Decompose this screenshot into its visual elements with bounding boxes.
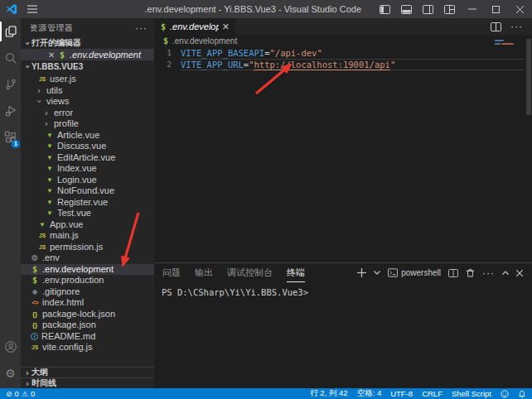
tree-item-EditArticle.vue[interactable]: ▼EditArticle.vue: [21, 152, 154, 164]
open-editors-label: 打开的编辑器: [31, 37, 81, 49]
chevron-right-icon: ›: [23, 368, 31, 378]
file-name: Index.vue: [57, 163, 97, 174]
tree-item-Register.vue[interactable]: ▼Register.vue: [21, 197, 154, 209]
tree-item-Index.vue[interactable]: ▼Index.vue: [21, 163, 154, 175]
terminal-dropdown-chevron-icon[interactable]: [374, 271, 380, 275]
settings-gear-icon[interactable]: ⚙: [0, 360, 21, 387]
close-tab-icon[interactable]: ✕: [222, 22, 230, 32]
tree-item-profile[interactable]: ›profile: [21, 118, 154, 130]
toggle-sidebar-icon[interactable]: [374, 0, 395, 18]
tree-item-main.js[interactable]: JSmain.js: [21, 230, 154, 242]
account-icon[interactable]: [0, 334, 21, 360]
code-line-2[interactable]: 2 VITE_APP_URL="http://localhost:19001/a…: [154, 59, 532, 70]
toggle-secondary-sidebar-icon[interactable]: [417, 0, 438, 18]
tree-item-permission.js[interactable]: JSpermission.js: [21, 242, 154, 253]
panel-tab-问题[interactable]: 问题: [162, 263, 181, 282]
close-panel-icon[interactable]: [516, 270, 523, 276]
tree-item-error[interactable]: ›error: [21, 108, 154, 119]
tree-item-.env[interactable]: ⚙.env: [21, 252, 154, 264]
file-name: .env.production: [42, 275, 104, 286]
language-mode-status[interactable]: Shell Script: [452, 389, 491, 398]
open-editor-item[interactable]: ✕ $ .env.development: [21, 49, 154, 60]
vue-file-icon: ▼: [46, 132, 54, 139]
tree-item-NotFound.vue[interactable]: ▼NotFound.vue: [21, 185, 154, 197]
tree-item-.env.production[interactable]: $.env.production: [21, 275, 154, 286]
status-bar: ⊘ 0 ⚠ 0 行 2, 列 42 空格: 4 UTF-8 CRLF Shell…: [0, 388, 532, 399]
outline-section-header[interactable]: › 大纲: [21, 367, 154, 377]
sidebar-more-actions-icon[interactable]: ···: [135, 22, 148, 34]
split-terminal-icon[interactable]: [448, 269, 458, 277]
panel-tab-调试控制台[interactable]: 调试控制台: [227, 263, 273, 282]
close-window-button[interactable]: [508, 0, 532, 18]
file-tree: JSuser.js›utils›views›error›profile▼Arti…: [21, 74, 154, 353]
tree-item-App.vue[interactable]: ▼App.vue: [21, 219, 154, 231]
tree-item-Discuss.vue[interactable]: ▼Discuss.vue: [21, 141, 154, 152]
tree-item-index.html[interactable]: <>index.html: [21, 297, 154, 309]
customize-layout-icon[interactable]: [438, 0, 460, 18]
minimap[interactable]: [495, 40, 521, 50]
new-terminal-icon[interactable]: [357, 268, 366, 277]
panel-more-actions-icon[interactable]: ···: [482, 267, 495, 279]
tree-item-utils[interactable]: ›utils: [21, 85, 154, 97]
source-control-icon[interactable]: [0, 71, 21, 98]
tree-item-README.md[interactable]: iREADME.md: [21, 331, 154, 343]
tree-item-Article.vue[interactable]: ▼Article.vue: [21, 130, 154, 142]
notifications-bell-icon[interactable]: [518, 390, 526, 398]
panel-header: 问题输出调试控制台终端 powershell ···: [154, 263, 532, 282]
panel-tab-终端[interactable]: 终端: [287, 263, 305, 282]
search-icon[interactable]: [0, 45, 21, 71]
file-name: Test.vue: [57, 208, 91, 219]
problems-status[interactable]: ⊘ 0 ⚠ 0: [6, 389, 35, 398]
run-debug-icon[interactable]: [0, 98, 21, 124]
tree-item-package-lock.json[interactable]: {}package-lock.json: [21, 309, 154, 320]
project-section-header[interactable]: › YI.BBS.VUE3: [21, 60, 154, 72]
outline-label: 大纲: [31, 367, 48, 378]
maximize-button[interactable]: [484, 0, 508, 18]
editor-scrollbar[interactable]: [526, 39, 531, 115]
tab-label: .env.development: [170, 22, 219, 31]
split-editor-icon[interactable]: [491, 22, 501, 31]
indentation-status[interactable]: 空格: 4: [357, 388, 382, 399]
timeline-section-header[interactable]: › 时间线: [21, 377, 154, 388]
minimize-button[interactable]: [460, 0, 484, 18]
feedback-smiley-icon[interactable]: [501, 390, 509, 398]
encoding-status[interactable]: UTF-8: [390, 389, 413, 398]
maximize-panel-icon[interactable]: [502, 271, 509, 275]
open-editors-section-header[interactable]: › 打开的编辑器: [21, 37, 154, 49]
tab-env-development[interactable]: $ .env.development ✕: [154, 18, 235, 35]
code-editor[interactable]: 1 VITE_APP_BASEAPI="/api-dev" 2 VITE_APP…: [154, 47, 532, 70]
menu-icon[interactable]: [27, 5, 37, 13]
extensions-icon[interactable]: 1: [0, 124, 21, 151]
vue-file-icon: ▼: [46, 165, 54, 172]
editor-more-actions-icon[interactable]: ···: [510, 21, 523, 32]
title-bar: .env.development - Yi.BBS.Vue3 - Visual …: [0, 0, 532, 18]
tree-item-vite.config.js[interactable]: JSvite.config.js: [21, 342, 154, 353]
tree-item-views[interactable]: ›views: [21, 96, 154, 108]
explorer-icon[interactable]: [0, 18, 21, 45]
tree-item-user.js[interactable]: JSuser.js: [21, 74, 154, 85]
breadcrumb[interactable]: $ .env.development: [154, 35, 532, 47]
terminal-shell-selector[interactable]: powershell: [388, 268, 441, 277]
shell-file-icon: $: [162, 36, 169, 46]
open-editor-file-name: .env.development: [70, 50, 141, 60]
shell-name-label: powershell: [401, 268, 441, 277]
code-line-1[interactable]: 1 VITE_APP_BASEAPI="/api-dev": [154, 47, 532, 59]
panel-tab-输出[interactable]: 输出: [195, 263, 213, 282]
terminal-content[interactable]: PS D:\CSharp\Yi\Yi.BBS.Vue3>: [154, 282, 532, 297]
file-name: Discuss.vue: [57, 141, 106, 151]
tree-item-.gitignore[interactable]: ◆.gitignore: [21, 286, 154, 298]
tree-item-Login.vue[interactable]: ▼Login.vue: [21, 175, 154, 186]
toggle-panel-icon[interactable]: [395, 0, 417, 18]
kill-terminal-trash-icon[interactable]: [466, 268, 475, 277]
cursor-position-status[interactable]: 行 2, 列 42: [310, 388, 347, 399]
eol-status[interactable]: CRLF: [422, 389, 443, 398]
tree-item-package.json[interactable]: {}package.json: [21, 320, 154, 331]
terminal-prompt: PS D:\CSharp\Yi\Yi.BBS.Vue3>: [162, 287, 308, 297]
close-editor-icon[interactable]: ✕: [48, 50, 55, 60]
activity-bar: 1 ⚙: [0, 18, 21, 388]
code-token-url-link[interactable]: http://localhost:19001/api: [254, 60, 390, 70]
tree-item-.env.development[interactable]: $.env.development: [21, 264, 154, 276]
code-token-quote: ": [390, 60, 395, 70]
tree-item-Test.vue[interactable]: ▼Test.vue: [21, 208, 154, 219]
window-title: .env.development - Yi.BBS.Vue3 - Visual …: [145, 0, 362, 18]
